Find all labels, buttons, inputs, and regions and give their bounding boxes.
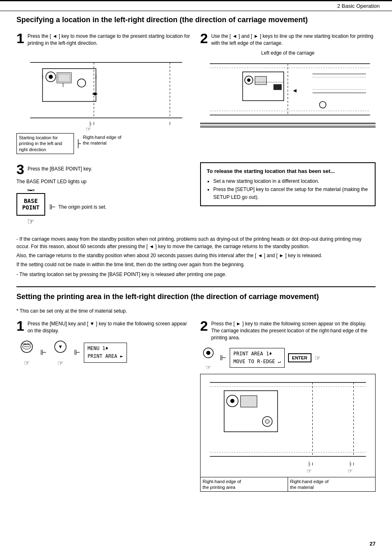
svg-text:▼: ▼ (58, 344, 63, 350)
origin-text: The origin point is set. (58, 204, 106, 210)
info-bullet-1: Set a new starting location in a differe… (213, 177, 369, 185)
enter-hand: ☞ (315, 354, 321, 362)
step1-col: 1 Press the [ ◄ ] key to move the carria… (16, 31, 192, 154)
section1-title: Specifying a location in the left-right … (16, 15, 376, 25)
bottom-diagram-labels: Right-hand edge of the printing area Rig… (201, 477, 375, 492)
hand-icon: ☞ (16, 216, 45, 226)
header-title: 2 Basic Operation (337, 3, 380, 9)
step1-number: 1 (16, 31, 24, 45)
step1-diagram-container: ◄ ► ├ ☞ (16, 50, 192, 154)
menu-key-device: MENU ☞ (16, 339, 37, 367)
note-1: - If the carriage moves away from the st… (16, 235, 376, 250)
step1-header: 1 Press the [ ◄ ] key to move the carria… (16, 31, 192, 47)
step1-label-left: Starting location for printing in the le… (16, 133, 74, 154)
carriage-icon-2: ☞ (200, 345, 217, 371)
bottom-label-left: Right-hand edge of the printing area (201, 477, 288, 492)
bottom-step1-diagram: MENU ☞ ⊩ ▼ ☞ ⊩ (16, 339, 192, 367)
menu-key-icon: MENU (16, 339, 37, 359)
svg-rect-2 (43, 69, 96, 101)
step3-text: Press the [BASE POINT] key. (28, 162, 192, 173)
step2-number: 2 (200, 31, 208, 45)
arrow-indicator: ⊩ (49, 203, 56, 212)
step2b-arrow: ⊩ (220, 353, 226, 362)
step3-row: 3 Press the [BASE POINT] key. The BASE P… (16, 162, 376, 230)
bottom-step2-diagram: ├ ├ ☞ ☞ Right-hand edge of the printing … (200, 374, 376, 492)
step2-header: 2 Use the [ ◄ ] and [ ► ] keys to line u… (200, 31, 376, 47)
menu-line1: MENU 1♦ (88, 345, 123, 352)
step2-col: 2 Use the [ ◄ ] and [ ► ] keys to line u… (200, 31, 376, 154)
carriage-svg-2 (200, 345, 217, 364)
bottom-diagram-svg: ├ ├ ☞ ☞ (201, 374, 375, 477)
svg-point-53 (265, 419, 270, 424)
section2-subtitle: * This can be set only at the time of ma… (16, 308, 376, 314)
carriage-hand-2: ☞ (200, 364, 217, 371)
info-box: To release the starting location that ha… (200, 162, 376, 206)
base-point-display: BASEPOINT (16, 193, 45, 216)
bottom-step1-text: Press the [MENU] key and [ ▼ ] key to ma… (28, 319, 192, 334)
bottom-step2-number: 2 (200, 319, 208, 333)
svg-text:◄: ◄ (292, 87, 298, 94)
svg-text:├: ├ (308, 461, 311, 467)
svg-text:├: ├ (349, 461, 352, 467)
bottom-step2-text: Press the [ ► ] key to make the followin… (211, 319, 376, 341)
page: 2 Basic Operation Specifying a location … (0, 0, 392, 555)
svg-point-8 (78, 79, 86, 87)
svg-rect-6 (58, 74, 70, 82)
svg-point-25 (247, 78, 251, 82)
info-box-title: To release the starting location that ha… (207, 167, 369, 175)
section2-title: Setting the printing area in the left-ri… (16, 292, 376, 302)
note-3: If the setting could not be made in with… (16, 261, 376, 268)
down-key-icon: ▼ (50, 339, 71, 359)
bottom-steps-row: 1 Press the [MENU] key and [ ▼ ] key to … (16, 319, 376, 492)
menu-arrow: ⊩ (40, 348, 47, 357)
bottom-step1-number: 1 (16, 319, 24, 333)
step3-right: To release the starting location that ha… (200, 162, 376, 230)
step2-diagram: ◄ (200, 58, 376, 121)
base-point-text: BASEPOINT (22, 198, 39, 212)
step3-number: 3 (16, 162, 24, 176)
bottom-step1-col: 1 Press the [MENU] key and [ ▼ ] key to … (16, 319, 192, 492)
step1-text: Press the [ ◄ ] key to move the carriage… (28, 31, 192, 47)
base-point-device: ≡▬≡ BASEPOINT ☞ (16, 188, 45, 226)
origin-label: ⊩ The origin point is set. (49, 203, 106, 212)
svg-rect-28 (274, 84, 282, 90)
svg-text:☞: ☞ (307, 467, 312, 474)
step1-arrow: ├ (74, 133, 81, 154)
menu-display: MENU 1♦ PRINT AREA ► (84, 343, 127, 362)
info-bullet-2: Press the [SETUP] key to cancel the setu… (213, 186, 369, 201)
led-indicators: ≡▬≡ (16, 188, 45, 192)
step3-subtext: The BASE POINT LED lights up (16, 179, 192, 184)
bottom-step2-header: 2 Press the [ ► ] key to make the follow… (200, 319, 376, 341)
content: Specifying a location in the left-right … (0, 15, 392, 500)
bottom-step1-header: 1 Press the [MENU] key and [ ▼ ] key to … (16, 319, 192, 334)
print-area-display: PRINT AREA 1♦ MOVE TO R-EDGE ↵ (230, 348, 285, 368)
bottom-step2-col: 2 Press the [ ► ] key to make the follow… (200, 319, 376, 492)
down-arrow: ⊩ (74, 348, 81, 357)
base-point-diagram: ≡▬≡ BASEPOINT ☞ ⊩ The origin point is se… (16, 188, 192, 226)
step1-diagram: ◄ ► ├ ☞ (16, 50, 192, 132)
svg-rect-26 (255, 76, 267, 85)
bottom-step2-display-row: ☞ ⊩ PRINT AREA 1♦ MOVE TO R-EDGE ↵ ENTER… (200, 345, 376, 371)
menu-line2: PRINT AREA ► (88, 352, 123, 360)
enter-hand-icon: ☞ (315, 354, 321, 362)
step1-labels: Starting location for printing in the le… (16, 133, 192, 154)
step1-label-right: Right-hand edge of the material (81, 133, 192, 154)
page-footer: 27 (370, 541, 376, 547)
svg-text:►: ► (94, 91, 99, 97)
svg-point-4 (49, 75, 53, 79)
steps-1-2-row: 1 Press the [ ◄ ] key to move the carria… (16, 31, 376, 154)
svg-text:☞: ☞ (86, 126, 91, 132)
svg-point-35 (320, 101, 326, 108)
print-area-line2: MOVE TO R-EDGE ↵ (233, 358, 281, 366)
down-hand: ☞ (50, 359, 71, 367)
step3-left: 3 Press the [BASE POINT] key. The BASE P… (16, 162, 192, 230)
svg-rect-51 (241, 396, 257, 407)
print-area-line1: PRINT AREA 1♦ (233, 350, 281, 358)
page-header: 2 Basic Operation (0, 0, 392, 11)
svg-point-43 (206, 351, 210, 355)
note-2: Also, the carriage returns to the standb… (16, 252, 376, 259)
notes-section: - If the carriage moves away from the st… (16, 235, 376, 278)
note-4: - The starting location set by pressing … (16, 271, 376, 278)
bottom-label-right: Right-hand edge of the material (288, 477, 375, 492)
info-box-list: Set a new starting location in a differe… (207, 177, 369, 201)
